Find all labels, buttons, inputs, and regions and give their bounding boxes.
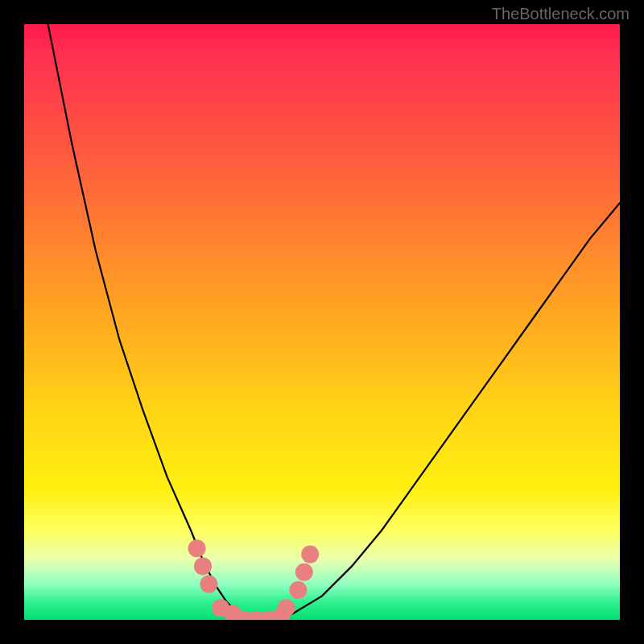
- data-marker: [289, 581, 307, 599]
- data-marker: [188, 539, 206, 557]
- bottleneck-curve: [48, 24, 620, 620]
- data-marker: [194, 557, 212, 575]
- chart-svg: [24, 24, 620, 620]
- chart-plot-area: [24, 24, 620, 620]
- data-marker: [278, 599, 295, 617]
- data-marker: [295, 564, 313, 581]
- watermark-text: TheBottleneck.com: [492, 5, 630, 23]
- data-marker: [200, 576, 217, 593]
- data-marker: [301, 546, 319, 564]
- data-markers: [188, 539, 320, 620]
